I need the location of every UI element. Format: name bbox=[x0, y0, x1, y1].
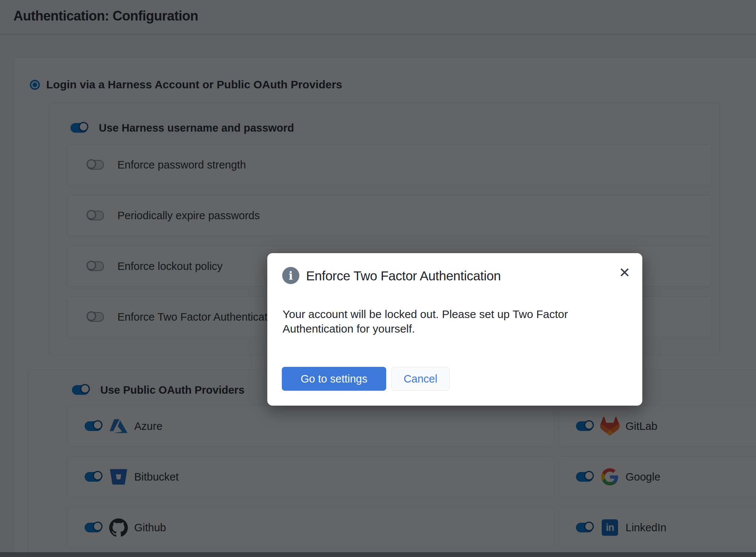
enforce-two-factor-modal: i Enforce Two Factor Authentication ✕ Yo… bbox=[267, 253, 642, 406]
modal-body-text: Your account will be locked out. Please … bbox=[283, 307, 594, 336]
modal-title: Enforce Two Factor Authentication bbox=[306, 268, 501, 283]
cancel-button[interactable]: Cancel bbox=[391, 367, 450, 391]
go-to-settings-button[interactable]: Go to settings bbox=[282, 367, 386, 391]
info-icon: i bbox=[282, 267, 299, 284]
close-icon[interactable]: ✕ bbox=[619, 266, 630, 280]
